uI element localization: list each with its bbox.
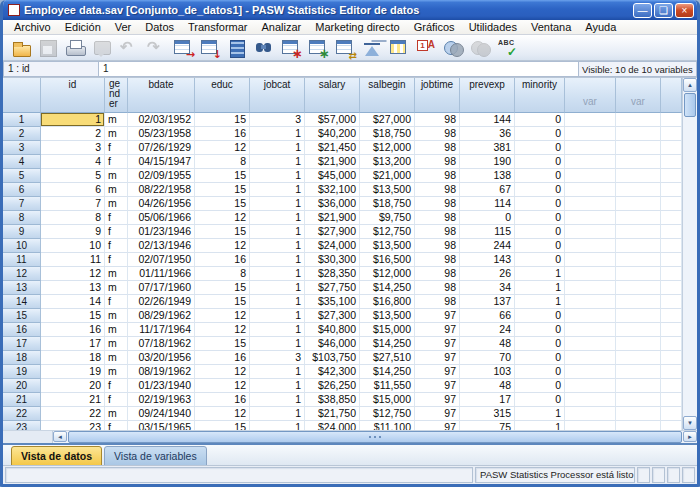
- cell-salbegin-row16[interactable]: $15,000: [360, 323, 415, 337]
- cell-minority-row15[interactable]: 0: [515, 309, 565, 323]
- cell-minority-row18[interactable]: 0: [515, 351, 565, 365]
- cell-bdate-row11[interactable]: 02/07/1950: [128, 253, 195, 267]
- cell-id-row19[interactable]: 19: [41, 365, 105, 379]
- cell-id-row22[interactable]: 22: [41, 407, 105, 421]
- cell-var1-row21[interactable]: [565, 393, 616, 407]
- cell-minority-row12[interactable]: 1: [515, 267, 565, 281]
- cell-salbegin-row6[interactable]: $13,500: [360, 183, 415, 197]
- row-number[interactable]: 1: [3, 113, 41, 127]
- weight-cases-icon[interactable]: [360, 37, 384, 59]
- cell-id-row6[interactable]: 6: [41, 183, 105, 197]
- cell-educ-row13[interactable]: 15: [195, 281, 250, 295]
- cell-jobtime-row20[interactable]: 97: [415, 379, 460, 393]
- cell-var1-row20[interactable]: [565, 379, 616, 393]
- row-number[interactable]: 16: [3, 323, 41, 337]
- cell-var1-row3[interactable]: [565, 141, 616, 155]
- cell-minority-row4[interactable]: 0: [515, 155, 565, 169]
- cell-salbegin-row17[interactable]: $14,250: [360, 337, 415, 351]
- menu-transformar[interactable]: Transformar: [181, 20, 255, 35]
- cell-jobtime-row3[interactable]: 98: [415, 141, 460, 155]
- cell-jobcat-row17[interactable]: 1: [250, 337, 305, 351]
- cell-prevexp-row13[interactable]: 34: [460, 281, 515, 295]
- cell-bdate-row19[interactable]: 08/19/1962: [128, 365, 195, 379]
- cell-educ-row5[interactable]: 15: [195, 169, 250, 183]
- cell-var2-row13[interactable]: [616, 281, 661, 295]
- cell-var1-row14[interactable]: [565, 295, 616, 309]
- cell-id-row7[interactable]: 7: [41, 197, 105, 211]
- cell-salbegin-row21[interactable]: $15,000: [360, 393, 415, 407]
- cell-educ-row23[interactable]: 15: [195, 421, 250, 430]
- cell-salary-row3[interactable]: $21,450: [305, 141, 360, 155]
- cell-bdate-row2[interactable]: 05/23/1958: [128, 127, 195, 141]
- cell-gender-row4[interactable]: f: [105, 155, 128, 169]
- cell-id-row1[interactable]: 1: [41, 113, 105, 127]
- cell-salbegin-row15[interactable]: $13,500: [360, 309, 415, 323]
- cell-minority-row22[interactable]: 1: [515, 407, 565, 421]
- column-header-salary[interactable]: salary: [305, 78, 360, 113]
- cell-minority-row2[interactable]: 0: [515, 127, 565, 141]
- column-header-salbegin[interactable]: salbegin: [360, 78, 415, 113]
- row-number[interactable]: 17: [3, 337, 41, 351]
- cell-gender-row13[interactable]: m: [105, 281, 128, 295]
- cell-jobcat-row3[interactable]: 1: [250, 141, 305, 155]
- select-cases-icon[interactable]: [387, 37, 411, 59]
- cell-var1-row16[interactable]: [565, 323, 616, 337]
- cell-var2-row16[interactable]: [616, 323, 661, 337]
- cell-id-row20[interactable]: 20: [41, 379, 105, 393]
- cell-jobcat-row22[interactable]: 1: [250, 407, 305, 421]
- cell-jobcat-row4[interactable]: 1: [250, 155, 305, 169]
- cell-var1-row6[interactable]: [565, 183, 616, 197]
- cell-minority-row3[interactable]: 0: [515, 141, 565, 155]
- cell-prevexp-row10[interactable]: 244: [460, 239, 515, 253]
- cell-var2-row21[interactable]: [616, 393, 661, 407]
- cell-salary-row4[interactable]: $21,900: [305, 155, 360, 169]
- cell-var2-row19[interactable]: [616, 365, 661, 379]
- cell-bdate-row12[interactable]: 01/11/1966: [128, 267, 195, 281]
- cell-prevexp-row11[interactable]: 143: [460, 253, 515, 267]
- cell-salary-row19[interactable]: $42,300: [305, 365, 360, 379]
- cell-jobtime-row1[interactable]: 98: [415, 113, 460, 127]
- cell-var2-row8[interactable]: [616, 211, 661, 225]
- cell-jobcat-row9[interactable]: 1: [250, 225, 305, 239]
- cell-var2-row10[interactable]: [616, 239, 661, 253]
- goto-variable-icon[interactable]: ↓: [198, 37, 222, 59]
- cell-salary-row6[interactable]: $32,100: [305, 183, 360, 197]
- cell-bdate-row15[interactable]: 08/29/1962: [128, 309, 195, 323]
- goto-case-icon[interactable]: →: [171, 37, 195, 59]
- cell-salary-row16[interactable]: $40,800: [305, 323, 360, 337]
- vertical-scroll-thumb[interactable]: [684, 93, 696, 117]
- cell-var1-row2[interactable]: [565, 127, 616, 141]
- menu-datos[interactable]: Datos: [138, 20, 181, 35]
- cell-jobtime-row19[interactable]: 97: [415, 365, 460, 379]
- cell-var1-row13[interactable]: [565, 281, 616, 295]
- open-file-icon[interactable]: [9, 37, 33, 59]
- cell-bdate-row6[interactable]: 08/22/1958: [128, 183, 195, 197]
- cell-jobtime-row15[interactable]: 97: [415, 309, 460, 323]
- cell-jobcat-row23[interactable]: 1: [250, 421, 305, 430]
- column-header-jobtime[interactable]: jobtime: [415, 78, 460, 113]
- cell-minority-row20[interactable]: 0: [515, 379, 565, 393]
- cell-value-field[interactable]: 1: [99, 61, 579, 77]
- cell-salbegin-row18[interactable]: $27,510: [360, 351, 415, 365]
- cell-bdate-row21[interactable]: 02/19/1963: [128, 393, 195, 407]
- cell-gender-row8[interactable]: f: [105, 211, 128, 225]
- row-number[interactable]: 3: [3, 141, 41, 155]
- cell-jobtime-row22[interactable]: 97: [415, 407, 460, 421]
- cell-bdate-row17[interactable]: 07/18/1962: [128, 337, 195, 351]
- column-header-gender[interactable]: gender: [105, 78, 128, 113]
- cell-salbegin-row7[interactable]: $18,750: [360, 197, 415, 211]
- cell-jobtime-row12[interactable]: 98: [415, 267, 460, 281]
- cell-educ-row10[interactable]: 12: [195, 239, 250, 253]
- cell-jobcat-row21[interactable]: 1: [250, 393, 305, 407]
- cell-var2-row14[interactable]: [616, 295, 661, 309]
- row-number[interactable]: 11: [3, 253, 41, 267]
- cell-gender-row10[interactable]: f: [105, 239, 128, 253]
- menu-edición[interactable]: Edición: [58, 20, 108, 35]
- cell-salbegin-row11[interactable]: $16,500: [360, 253, 415, 267]
- column-header-minority[interactable]: minority: [515, 78, 565, 113]
- menu-archivo[interactable]: Archivo: [7, 20, 58, 35]
- cell-var1-row4[interactable]: [565, 155, 616, 169]
- cell-bdate-row22[interactable]: 09/24/1940: [128, 407, 195, 421]
- cell-bdate-row9[interactable]: 01/23/1946: [128, 225, 195, 239]
- cell-minority-row5[interactable]: 0: [515, 169, 565, 183]
